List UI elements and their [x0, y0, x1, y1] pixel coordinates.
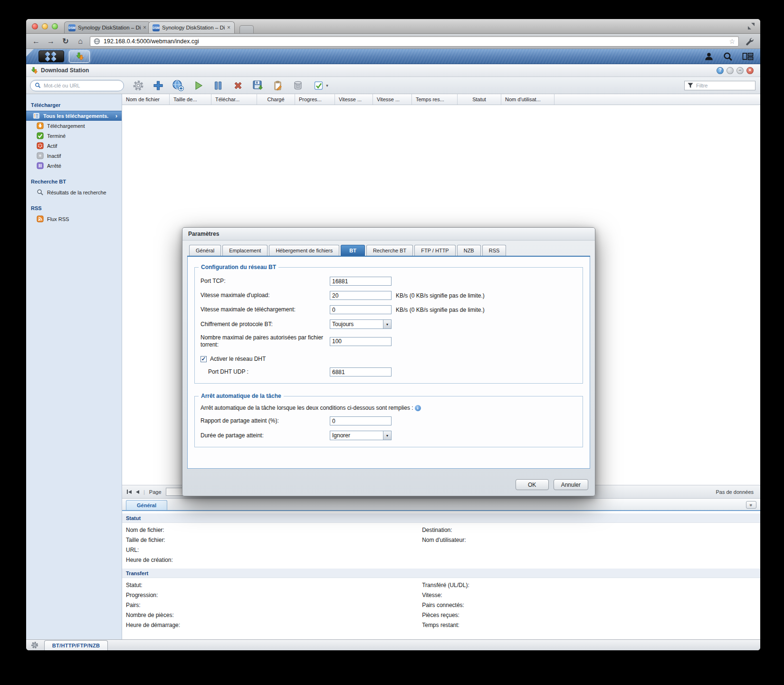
upload-max-input[interactable]	[330, 291, 392, 300]
tab-close-icon[interactable]: ×	[143, 25, 146, 30]
back-button[interactable]: ←	[31, 38, 41, 45]
share-ratio-input[interactable]	[330, 416, 392, 425]
status-tab-bt-http-ftp-nzb[interactable]: BT/HTTP/FTP/NZB	[44, 640, 108, 650]
main-menu-button[interactable]	[38, 50, 64, 62]
field-label: Heure de démarrage:	[126, 620, 422, 630]
forward-button[interactable]: →	[46, 38, 56, 45]
column-header[interactable]: Taille de...	[170, 94, 211, 105]
field-label: Destination:	[422, 525, 760, 535]
field-label: Durée de partage atteint:	[201, 432, 330, 439]
edit-button[interactable]	[271, 79, 284, 92]
sidebar-item-label: Flux RSS	[47, 216, 69, 222]
chevron-down-icon[interactable]: ▾	[383, 431, 391, 440]
tab-bt[interactable]: BT	[341, 245, 365, 256]
checkbox-checked[interactable]: ✓	[201, 356, 207, 362]
sidebar-item-termine[interactable]: Terminé	[26, 131, 122, 141]
column-header[interactable]: Téléchar...	[211, 94, 257, 105]
app-minimize-button[interactable]: −	[736, 67, 744, 74]
address-bar[interactable]: 192.168.0.4:5000/webman/index.cgi ☆	[90, 36, 739, 47]
note-text: Arrêt automatique de la tâche lorsque le…	[201, 405, 413, 411]
info-icon[interactable]: i	[415, 405, 421, 411]
select-menu-button[interactable]: ▾	[311, 79, 330, 92]
app-close-button[interactable]: ×	[746, 67, 754, 74]
tab-hebergement-de-fichiers[interactable]: Hébergement de fichiers	[269, 245, 339, 256]
status-settings-button[interactable]	[29, 640, 40, 650]
search-icon	[37, 189, 44, 196]
user-menu-button[interactable]	[704, 52, 714, 61]
chevron-down-icon[interactable]: ▾	[383, 320, 391, 328]
max-peers-input[interactable]	[330, 337, 392, 346]
cancel-button[interactable]: Annuler	[554, 479, 588, 490]
pilot-view-button[interactable]	[742, 52, 754, 61]
filter-input[interactable]	[696, 83, 752, 88]
tab-general[interactable]: Général	[189, 245, 221, 256]
tab-nzb[interactable]: NZB	[457, 245, 481, 256]
browser-tab-1[interactable]: DSM Synology DiskStation – DiskS ×	[64, 21, 151, 33]
first-page-button[interactable]	[127, 490, 132, 494]
sidebar-item-arrete[interactable]: Arrêté	[26, 161, 122, 171]
port-tcp-input[interactable]	[330, 277, 392, 286]
dialog-title: Paramètres	[182, 228, 595, 241]
wrench-menu-button[interactable]	[743, 37, 755, 46]
zoom-window-button[interactable]	[52, 23, 58, 29]
home-button[interactable]: ⌂	[75, 38, 86, 45]
clear-button[interactable]	[291, 79, 304, 92]
tab-rss[interactable]: RSS	[482, 245, 507, 256]
new-tab-button[interactable]	[239, 25, 254, 33]
column-header[interactable]: Nom d'utilisat...	[501, 94, 555, 105]
reload-button[interactable]: ↻	[60, 38, 71, 45]
ok-button[interactable]: OK	[516, 479, 549, 490]
column-header[interactable]: Chargé	[257, 94, 295, 105]
tab-recherche-bt[interactable]: Recherche BT	[366, 245, 413, 256]
column-header[interactable]: Temps res...	[412, 94, 458, 105]
share-duration-select[interactable]: Ignorer ▾	[330, 431, 392, 440]
column-header[interactable]: Nom de fichier	[122, 94, 170, 105]
save-button[interactable]	[251, 79, 264, 92]
bt-search-button[interactable]	[172, 79, 184, 92]
pin-button[interactable]	[727, 67, 734, 74]
widgets-icon	[742, 52, 754, 61]
column-header[interactable]: Statut	[458, 94, 501, 105]
sidebar-item-label: Terminé	[47, 133, 66, 139]
tab-ftp-http[interactable]: FTP / HTTP	[414, 245, 455, 256]
column-header[interactable]: Vitesse ...	[335, 94, 373, 105]
sidebar-item-telechargement[interactable]: Téléchargement	[26, 121, 122, 131]
previous-page-button[interactable]	[136, 490, 139, 494]
search-box[interactable]	[30, 80, 124, 91]
tab-emplacement[interactable]: Emplacement	[222, 245, 268, 256]
global-search-button[interactable]	[723, 52, 733, 61]
fullscreen-icon[interactable]	[748, 23, 755, 29]
field-label: Transféré (UL/DL):	[422, 580, 760, 590]
app-header: Download Station ? − ×	[26, 64, 760, 77]
active-burst-icon	[37, 142, 44, 149]
help-button[interactable]: ?	[717, 67, 724, 74]
delete-button[interactable]	[231, 79, 244, 92]
column-header[interactable]: Vitesse ...	[373, 94, 412, 105]
sidebar-item-tous-les-telechargements[interactable]: Tous les téléchargements. ›	[26, 111, 122, 121]
minimize-window-button[interactable]	[42, 23, 48, 29]
sidebar-item-actif[interactable]: Actif	[26, 141, 122, 151]
resume-button[interactable]	[191, 79, 204, 92]
url-text[interactable]: 192.168.0.4:5000/webman/index.cgi	[104, 38, 726, 45]
show-desktop-corner[interactable]	[26, 49, 34, 57]
search-input[interactable]	[44, 83, 119, 88]
collapse-panel-button[interactable]: »	[746, 501, 756, 509]
download-max-input[interactable]	[330, 305, 392, 314]
filter-box[interactable]	[684, 81, 755, 90]
close-window-button[interactable]	[32, 23, 38, 29]
bookmark-star-icon[interactable]: ☆	[729, 38, 735, 45]
sidebar-item-flux-rss[interactable]: Flux RSS	[26, 214, 122, 224]
column-header[interactable]: Progres...	[295, 94, 335, 105]
tab-general[interactable]: Général	[126, 500, 167, 510]
pause-button[interactable]	[211, 79, 224, 92]
tab-close-icon[interactable]: ×	[227, 25, 230, 30]
encryption-select[interactable]: Toujours ▾	[330, 319, 392, 329]
checkbox-label: Activer le réseau DHT	[210, 356, 266, 362]
settings-button[interactable]	[132, 79, 144, 92]
browser-tab-2[interactable]: DSM Synology DiskStation – DiskS ×	[148, 21, 235, 33]
sidebar-item-resultats-recherche[interactable]: Résultats de la recherche	[26, 187, 122, 197]
sidebar-item-inactif[interactable]: Inactif	[26, 151, 122, 161]
add-task-button[interactable]	[152, 79, 164, 92]
dht-port-input[interactable]	[330, 367, 392, 376]
download-station-taskbar-button[interactable]	[69, 50, 90, 63]
